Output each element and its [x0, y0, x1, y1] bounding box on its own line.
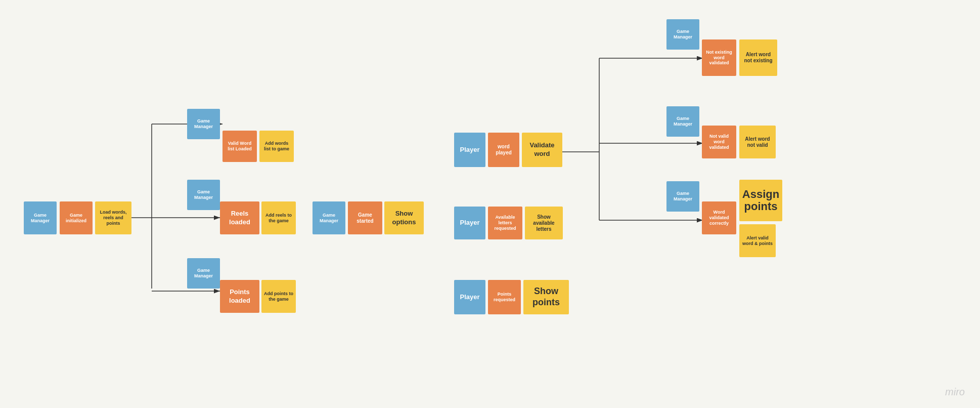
note-player-letters: Player: [454, 207, 485, 239]
note-alert-not-valid: Alert word not valid: [739, 126, 776, 158]
note-available-letters-req: Available letters requested: [488, 207, 522, 239]
arrows-svg: [0, 0, 980, 408]
note-word-played: word played: [488, 133, 519, 167]
note-mid-game-manager: Game Manager: [187, 180, 220, 210]
note-reels-loaded: Reels loaded: [220, 201, 259, 234]
note-show-options: Show options: [384, 201, 424, 234]
note-alert-valid: Alert valid word & points: [739, 224, 776, 257]
note-alert-not-existing: Alert word not existing: [739, 39, 777, 76]
note-top-game-manager: Game Manager: [187, 109, 220, 139]
note-gm-not-valid: Game Manager: [666, 106, 699, 137]
note-add-reels: Add reels to the game: [261, 201, 296, 234]
note-bot-game-manager: Game Manager: [187, 258, 220, 289]
note-not-valid-validated: Not valid word validated: [702, 126, 736, 158]
note-show-points: Show points: [523, 280, 569, 314]
note-points-requested: Points requested: [488, 280, 521, 314]
note-gm-assign: Game Manager: [666, 181, 699, 212]
note-assign-points: Assign points: [739, 180, 782, 221]
diagram-container: Game Manager Game initialized Load words…: [0, 0, 980, 408]
note-valid-word-list: Valid Word list Loaded: [222, 131, 257, 162]
note-player-points: Player: [454, 280, 485, 314]
note-load-words: Load words, reels and points: [95, 201, 131, 234]
note-game-started: Game started: [348, 201, 382, 234]
note-game-manager-mid: Game Manager: [313, 201, 345, 234]
note-points-loaded: Points loaded: [220, 280, 259, 313]
note-gm-not-existing: Game Manager: [666, 19, 699, 50]
note-player-word: Player: [454, 133, 485, 167]
note-word-validated: Word validated correctly: [702, 201, 736, 234]
miro-logo: miro: [945, 386, 965, 398]
note-game-initialized: Game initialized: [60, 201, 93, 234]
note-game-manager-start: Game Manager: [24, 201, 57, 234]
note-show-available: Show available letters: [525, 207, 563, 239]
note-add-points: Add points to the game: [261, 280, 296, 313]
note-add-words: Add words list to game: [259, 131, 294, 162]
note-not-existing-validated: Not existing word validated: [702, 39, 736, 76]
note-validate-word: Validate word: [522, 133, 562, 167]
